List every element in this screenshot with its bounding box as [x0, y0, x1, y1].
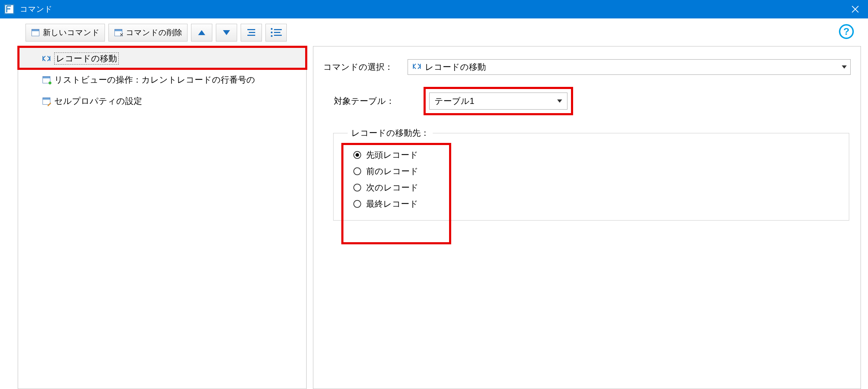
chevron-down-icon: [842, 66, 847, 69]
radio-label: 最終レコード: [366, 198, 418, 210]
detail-pane: コマンドの選択： レコードの移動 対象テーブル： テーブル1: [313, 46, 861, 389]
dialog-body: レコードの移動 リストビューの操作：カレントレコードの行番号の セルプロパティの…: [0, 44, 868, 389]
radio-prev-record[interactable]: 前のレコード: [353, 166, 835, 177]
close-button[interactable]: [842, 0, 868, 18]
command-select-row: コマンドの選択： レコードの移動: [323, 59, 851, 75]
target-table-row: 対象テーブル： テーブル1: [323, 93, 851, 110]
help-button[interactable]: ?: [839, 24, 854, 39]
help-icon: ?: [843, 26, 849, 37]
tree-item-label: レコードの移動: [54, 52, 119, 65]
target-table-value: テーブル1: [435, 95, 474, 107]
radio-unselected-icon: [353, 200, 361, 208]
move-record-icon: [41, 54, 51, 63]
radio-unselected-icon: [353, 184, 361, 191]
delete-command-button[interactable]: ✕ コマンドの削除: [108, 24, 187, 41]
chevron-down-icon: [557, 100, 562, 103]
move-record-icon: [412, 62, 421, 72]
move-down-button[interactable]: [216, 24, 237, 41]
arrow-down-icon: [223, 30, 230, 35]
arrow-up-icon: [198, 30, 205, 35]
target-table-select[interactable]: テーブル1: [429, 93, 567, 110]
new-command-button[interactable]: 新しいコマンド: [26, 24, 105, 41]
radio-label: 先頭レコード: [366, 149, 418, 161]
radio-next-record[interactable]: 次のレコード: [353, 182, 835, 193]
destination-legend: レコードの移動先：: [348, 127, 433, 139]
destination-fieldset: レコードの移動先： 先頭レコード 前のレコード 次のレコード: [333, 127, 849, 221]
command-select-value: レコードの移動: [425, 61, 486, 73]
command-dialog: コマンド 新しいコマンド ✕ コマンドの削除: [0, 0, 868, 389]
toolbar: 新しいコマンド ✕ コマンドの削除 ?: [0, 18, 868, 44]
radio-unselected-icon: [353, 167, 361, 175]
outdent-button[interactable]: [265, 24, 287, 41]
outdent-icon: [271, 28, 282, 37]
command-tree: レコードの移動 リストビューの操作：カレントレコードの行番号の セルプロパティの…: [18, 46, 307, 389]
move-up-button[interactable]: [191, 24, 212, 41]
target-table-label: 対象テーブル：: [334, 95, 394, 107]
new-command-icon: [31, 28, 40, 37]
delete-command-icon: ✕: [114, 28, 123, 37]
command-select-label: コマンドの選択：: [323, 61, 398, 73]
radio-first-record[interactable]: 先頭レコード: [353, 149, 835, 161]
tree-item-label: セルプロパティの設定: [54, 95, 142, 107]
command-select[interactable]: レコードの移動: [408, 59, 851, 75]
window-title: コマンド: [20, 4, 52, 15]
radio-label: 前のレコード: [366, 166, 419, 177]
radio-label: 次のレコード: [366, 182, 419, 193]
listview-icon: [41, 76, 51, 84]
indent-button[interactable]: [241, 24, 262, 41]
tree-item-label: リストビューの操作：カレントレコードの行番号の: [54, 74, 255, 85]
cellproperty-icon: [41, 97, 51, 105]
tree-item-move-record[interactable]: レコードの移動: [18, 48, 306, 69]
new-command-label: 新しいコマンド: [43, 27, 100, 38]
radio-selected-icon: [353, 151, 361, 159]
delete-command-label: コマンドの削除: [126, 27, 182, 38]
tree-item-cellproperty[interactable]: セルプロパティの設定: [18, 90, 306, 112]
app-icon: [3, 3, 16, 16]
radio-last-record[interactable]: 最終レコード: [353, 198, 835, 210]
titlebar: コマンド: [0, 0, 868, 18]
tree-item-listview[interactable]: リストビューの操作：カレントレコードの行番号の: [18, 69, 306, 90]
indent-icon: [247, 29, 255, 36]
